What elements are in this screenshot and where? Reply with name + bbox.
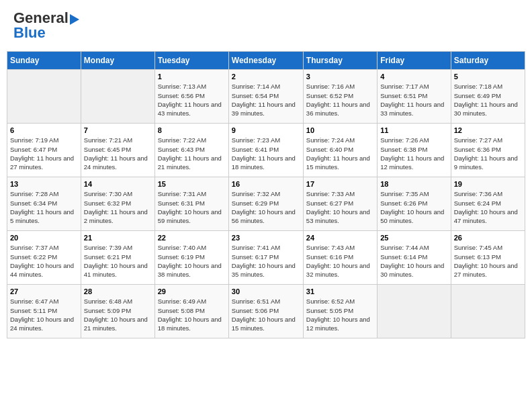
- calendar-cell: 24Sunrise: 7:43 AM Sunset: 6:16 PM Dayli…: [303, 231, 377, 285]
- day-number: 3: [306, 73, 374, 81]
- day-info: Sunrise: 7:21 AM Sunset: 6:45 PM Dayligh…: [84, 136, 152, 171]
- calendar-week-row: 27Sunrise: 6:47 AM Sunset: 5:11 PM Dayli…: [7, 285, 525, 338]
- calendar-cell: 7Sunrise: 7:21 AM Sunset: 6:45 PM Daylig…: [81, 124, 154, 177]
- day-number: 6: [10, 126, 78, 134]
- day-info: Sunrise: 7:16 AM Sunset: 6:52 PM Dayligh…: [306, 82, 374, 118]
- calendar-week-row: 20Sunrise: 7:37 AM Sunset: 6:22 PM Dayli…: [7, 231, 525, 285]
- day-info: Sunrise: 7:17 AM Sunset: 6:51 PM Dayligh…: [380, 82, 447, 118]
- calendar-cell: 23Sunrise: 7:41 AM Sunset: 6:17 PM Dayli…: [228, 231, 303, 285]
- calendar-cell: 5Sunrise: 7:18 AM Sunset: 6:49 PM Daylig…: [451, 70, 525, 124]
- calendar-cell: 4Sunrise: 7:17 AM Sunset: 6:51 PM Daylig…: [378, 70, 451, 124]
- day-number: 1: [158, 73, 226, 81]
- day-number: 29: [158, 287, 226, 295]
- day-info: Sunrise: 7:41 AM Sunset: 6:17 PM Dayligh…: [232, 243, 300, 279]
- day-number: 31: [306, 287, 374, 295]
- day-number: 25: [380, 234, 447, 242]
- day-info: Sunrise: 6:51 AM Sunset: 5:06 PM Dayligh…: [232, 297, 300, 332]
- day-of-week-header: Friday: [378, 52, 451, 70]
- day-number: 24: [306, 234, 374, 242]
- day-of-week-header: Tuesday: [154, 52, 228, 70]
- calendar-cell: 26Sunrise: 7:45 AM Sunset: 6:13 PM Dayli…: [451, 231, 525, 285]
- day-info: Sunrise: 7:43 AM Sunset: 6:16 PM Dayligh…: [306, 243, 374, 279]
- day-number: 9: [232, 126, 300, 134]
- day-info: Sunrise: 6:47 AM Sunset: 5:11 PM Dayligh…: [10, 297, 78, 332]
- day-number: 11: [380, 126, 447, 134]
- calendar-cell: 27Sunrise: 6:47 AM Sunset: 5:11 PM Dayli…: [7, 285, 81, 338]
- day-info: Sunrise: 6:48 AM Sunset: 5:09 PM Dayligh…: [84, 297, 152, 332]
- day-of-week-header: Monday: [81, 52, 154, 70]
- day-number: 14: [84, 180, 152, 188]
- calendar-week-row: 1Sunrise: 7:13 AM Sunset: 6:56 PM Daylig…: [7, 70, 525, 124]
- day-info: Sunrise: 7:30 AM Sunset: 6:32 PM Dayligh…: [84, 189, 152, 225]
- day-number: 16: [232, 180, 300, 188]
- day-number: 27: [10, 287, 78, 295]
- calendar-cell: [7, 70, 81, 124]
- calendar-cell: 9Sunrise: 7:23 AM Sunset: 6:41 PM Daylig…: [228, 124, 303, 177]
- day-info: Sunrise: 7:26 AM Sunset: 6:38 PM Dayligh…: [380, 136, 447, 171]
- calendar-cell: 2Sunrise: 7:14 AM Sunset: 6:54 PM Daylig…: [228, 70, 303, 124]
- day-info: Sunrise: 7:22 AM Sunset: 6:43 PM Dayligh…: [158, 136, 226, 171]
- day-info: Sunrise: 7:37 AM Sunset: 6:22 PM Dayligh…: [10, 243, 78, 279]
- day-number: 10: [306, 126, 374, 134]
- day-info: Sunrise: 7:23 AM Sunset: 6:41 PM Dayligh…: [232, 136, 300, 171]
- day-number: 20: [10, 234, 78, 242]
- day-number: 30: [232, 287, 300, 295]
- day-number: 7: [84, 126, 152, 134]
- day-info: Sunrise: 7:32 AM Sunset: 6:29 PM Dayligh…: [232, 189, 300, 225]
- day-number: 8: [158, 126, 226, 134]
- day-of-week-header: Sunday: [7, 52, 81, 70]
- calendar-cell: 8Sunrise: 7:22 AM Sunset: 6:43 PM Daylig…: [154, 124, 228, 177]
- calendar-table: SundayMondayTuesdayWednesdayThursdayFrid…: [7, 51, 525, 338]
- calendar-cell: 17Sunrise: 7:33 AM Sunset: 6:27 PM Dayli…: [303, 177, 377, 231]
- day-number: 5: [454, 73, 522, 81]
- day-number: 21: [84, 234, 152, 242]
- day-number: 22: [158, 234, 226, 242]
- calendar-cell: [451, 285, 525, 338]
- calendar-week-row: 13Sunrise: 7:28 AM Sunset: 6:34 PM Dayli…: [7, 177, 525, 231]
- page-header: General Blue: [7, 7, 525, 44]
- day-number: 13: [10, 180, 78, 188]
- day-number: 15: [158, 180, 226, 188]
- day-of-week-header: Saturday: [451, 52, 525, 70]
- logo: General Blue: [13, 10, 79, 41]
- calendar-cell: 28Sunrise: 6:48 AM Sunset: 5:09 PM Dayli…: [81, 285, 154, 338]
- calendar-cell: 18Sunrise: 7:35 AM Sunset: 6:26 PM Dayli…: [378, 177, 451, 231]
- day-number: 12: [454, 126, 522, 134]
- day-info: Sunrise: 7:31 AM Sunset: 6:31 PM Dayligh…: [158, 189, 226, 225]
- day-info: Sunrise: 6:52 AM Sunset: 5:05 PM Dayligh…: [306, 297, 374, 332]
- day-info: Sunrise: 7:13 AM Sunset: 6:56 PM Dayligh…: [158, 82, 226, 118]
- day-info: Sunrise: 7:39 AM Sunset: 6:21 PM Dayligh…: [84, 243, 152, 279]
- calendar-cell: 29Sunrise: 6:49 AM Sunset: 5:08 PM Dayli…: [154, 285, 228, 338]
- calendar-cell: 12Sunrise: 7:27 AM Sunset: 6:36 PM Dayli…: [451, 124, 525, 177]
- day-of-week-header: Thursday: [303, 52, 377, 70]
- day-info: Sunrise: 7:18 AM Sunset: 6:49 PM Dayligh…: [454, 82, 522, 118]
- day-info: Sunrise: 7:27 AM Sunset: 6:36 PM Dayligh…: [454, 136, 522, 171]
- calendar-cell: 16Sunrise: 7:32 AM Sunset: 6:29 PM Dayli…: [228, 177, 303, 231]
- calendar-cell: 6Sunrise: 7:19 AM Sunset: 6:47 PM Daylig…: [7, 124, 81, 177]
- logo-arrow-icon: [70, 14, 79, 25]
- calendar-cell: 13Sunrise: 7:28 AM Sunset: 6:34 PM Dayli…: [7, 177, 81, 231]
- day-info: Sunrise: 7:36 AM Sunset: 6:24 PM Dayligh…: [454, 189, 522, 225]
- day-number: 28: [84, 287, 152, 295]
- calendar-cell: 1Sunrise: 7:13 AM Sunset: 6:56 PM Daylig…: [154, 70, 228, 124]
- day-info: Sunrise: 6:49 AM Sunset: 5:08 PM Dayligh…: [158, 297, 226, 332]
- day-number: 4: [380, 73, 447, 81]
- day-info: Sunrise: 7:28 AM Sunset: 6:34 PM Dayligh…: [10, 189, 78, 225]
- day-number: 17: [306, 180, 374, 188]
- day-number: 19: [454, 180, 522, 188]
- calendar-cell: 19Sunrise: 7:36 AM Sunset: 6:24 PM Dayli…: [451, 177, 525, 231]
- calendar-cell: 21Sunrise: 7:39 AM Sunset: 6:21 PM Dayli…: [81, 231, 154, 285]
- calendar-cell: 3Sunrise: 7:16 AM Sunset: 6:52 PM Daylig…: [303, 70, 377, 124]
- calendar-cell: [378, 285, 451, 338]
- logo-text2: Blue: [13, 25, 46, 41]
- calendar-cell: 10Sunrise: 7:24 AM Sunset: 6:40 PM Dayli…: [303, 124, 377, 177]
- calendar-cell: 30Sunrise: 6:51 AM Sunset: 5:06 PM Dayli…: [228, 285, 303, 338]
- day-number: 2: [232, 73, 300, 81]
- day-number: 18: [380, 180, 447, 188]
- calendar-header-row: SundayMondayTuesdayWednesdayThursdayFrid…: [7, 52, 525, 70]
- calendar-cell: 15Sunrise: 7:31 AM Sunset: 6:31 PM Dayli…: [154, 177, 228, 231]
- calendar-cell: 11Sunrise: 7:26 AM Sunset: 6:38 PM Dayli…: [378, 124, 451, 177]
- day-number: 23: [232, 234, 300, 242]
- calendar-week-row: 6Sunrise: 7:19 AM Sunset: 6:47 PM Daylig…: [7, 124, 525, 177]
- day-info: Sunrise: 7:45 AM Sunset: 6:13 PM Dayligh…: [454, 243, 522, 279]
